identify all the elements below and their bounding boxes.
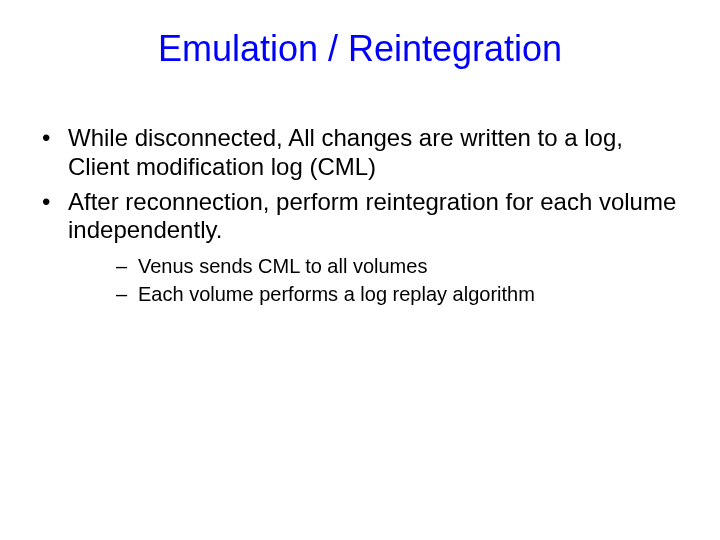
bullet-text: After reconnection, perform reintegratio…	[68, 188, 676, 244]
sub-bullet-list: Venus sends CML to all volumes Each volu…	[68, 253, 690, 307]
slide-title: Emulation / Reintegration	[30, 28, 690, 70]
main-bullet-list: While disconnected, All changes are writ…	[30, 124, 690, 307]
bullet-item: While disconnected, All changes are writ…	[30, 124, 690, 182]
sub-bullet-item: Each volume performs a log replay algori…	[68, 281, 690, 307]
bullet-item: After reconnection, perform reintegratio…	[30, 188, 690, 308]
sub-bullet-item: Venus sends CML to all volumes	[68, 253, 690, 279]
